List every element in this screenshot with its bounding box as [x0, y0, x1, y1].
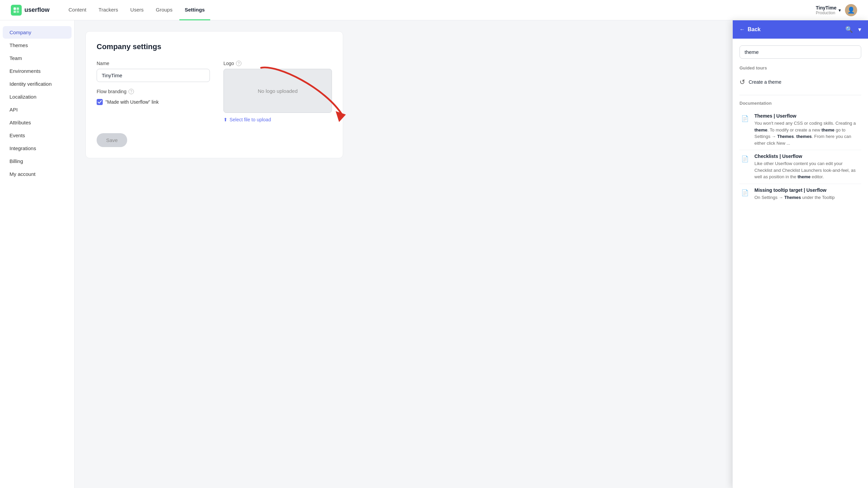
section-divider [739, 95, 861, 95]
branding-checkbox-label: "Made with Userflow" link [105, 99, 159, 105]
sidebar-item-integrations[interactable]: Integrations [3, 142, 72, 155]
doc-result-themes-title: Themes | Userflow [754, 113, 861, 119]
sidebar-item-billing[interactable]: Billing [3, 155, 72, 167]
nav-settings[interactable]: Settings [179, 0, 210, 20]
logo-text: userflow [24, 6, 50, 14]
doc-result-checklists-desc: Like other Userflow content you can edit… [754, 160, 861, 180]
settings-card: Company settings Name Flow branding ? [85, 31, 343, 158]
back-label: Back [748, 26, 761, 33]
company-name-input[interactable] [97, 69, 210, 82]
doc-result-tooltip-title: Missing tooltip target | Userflow [754, 187, 861, 193]
sidebar-item-my-account[interactable]: My account [3, 168, 72, 180]
logo-help-icon[interactable]: ? [236, 61, 241, 66]
main-layout: Company Themes Team Environments Identit… [0, 20, 868, 488]
branding-help-icon[interactable]: ? [129, 89, 134, 94]
doc-result-tooltip[interactable]: 📄 Missing tooltip target | Userflow On S… [739, 184, 861, 204]
upload-label: Select file to upload [230, 117, 271, 122]
doc-icon-2: 📄 [739, 154, 750, 164]
help-search-input[interactable] [739, 45, 861, 59]
tour-icon: ↺ [739, 78, 745, 86]
save-button[interactable]: Save [97, 133, 127, 147]
no-logo-text: No logo uploaded [258, 88, 298, 94]
upload-icon: ⬆ [223, 117, 228, 122]
page-title: Company settings [97, 42, 332, 51]
branding-label: Flow branding ? [97, 89, 210, 94]
back-button[interactable]: ← Back [739, 26, 761, 33]
form-row: Name Flow branding ? [97, 61, 332, 122]
svg-rect-0 [14, 7, 16, 10]
guided-tour-create-theme[interactable]: ↺ Create a theme [739, 75, 861, 89]
svg-rect-2 [14, 11, 16, 13]
workspace-selector[interactable]: TinyTime Production ▾ [816, 5, 841, 15]
nav-users[interactable]: Users [125, 0, 149, 20]
sidebar: Company Themes Team Environments Identit… [0, 20, 75, 488]
chevron-down-icon: ▾ [839, 7, 841, 13]
sidebar-item-identity-verification[interactable]: Identity verification [3, 78, 72, 90]
nav-groups[interactable]: Groups [151, 0, 178, 20]
doc-result-themes[interactable]: 📄 Themes | Userflow You won't need any C… [739, 110, 861, 150]
help-panel-actions: 🔍 ▾ [845, 26, 861, 33]
branding-checkbox-row: "Made with Userflow" link [97, 99, 210, 105]
topnav-right: TinyTime Production ▾ 👤 [816, 4, 857, 16]
sidebar-item-events[interactable]: Events [3, 129, 72, 142]
doc-icon-1: 📄 [739, 113, 750, 124]
workspace-name: TinyTime [816, 5, 836, 11]
doc-result-checklists[interactable]: 📄 Checklists | Userflow Like other Userf… [739, 150, 861, 184]
logo-col: Logo ? No logo uploaded ⬆ Select file to… [223, 61, 332, 122]
doc-result-themes-content: Themes | Userflow You won't need any CSS… [754, 113, 861, 146]
nav-content[interactable]: Content [63, 0, 92, 20]
logo-icon [11, 5, 22, 16]
sidebar-item-team[interactable]: Team [3, 52, 72, 64]
sidebar-item-environments[interactable]: Environments [3, 65, 72, 77]
documentation-label: Documentation [739, 101, 861, 106]
doc-icon-3: 📄 [739, 187, 750, 198]
avatar[interactable]: 👤 [845, 4, 857, 16]
doc-result-checklists-title: Checklists | Userflow [754, 154, 861, 159]
tour-label: Create a theme [749, 79, 782, 85]
branding-checkbox[interactable] [97, 99, 103, 105]
back-arrow-icon: ← [739, 26, 745, 33]
sidebar-item-themes[interactable]: Themes [3, 39, 72, 52]
sidebar-item-localization[interactable]: Localization [3, 90, 72, 103]
doc-result-checklists-content: Checklists | Userflow Like other Userflo… [754, 154, 861, 180]
doc-result-tooltip-content: Missing tooltip target | Userflow On Set… [754, 187, 861, 201]
doc-result-themes-desc: You won't need any CSS or coding skills.… [754, 120, 861, 146]
help-panel: ← Back 🔍 ▾ Guided tours ↺ Create a theme… [732, 20, 868, 488]
svg-rect-1 [17, 7, 19, 10]
help-panel-header: ← Back 🔍 ▾ [733, 20, 868, 39]
topnav-links: Content Trackers Users Groups Settings [63, 0, 816, 20]
name-col: Name Flow branding ? [97, 61, 210, 105]
nav-trackers[interactable]: Trackers [93, 0, 124, 20]
help-panel-body: Guided tours ↺ Create a theme Documentat… [733, 39, 868, 488]
logo-label: Logo ? [223, 61, 332, 66]
search-icon[interactable]: 🔍 [845, 26, 853, 33]
name-label: Name [97, 61, 210, 66]
chevron-down-icon[interactable]: ▾ [858, 26, 861, 33]
logo-preview: No logo uploaded [223, 69, 332, 113]
workspace-env: Production [816, 11, 836, 15]
topnav: userflow Content Trackers Users Groups S… [0, 0, 868, 20]
svg-rect-3 [17, 11, 19, 13]
sidebar-item-api[interactable]: API [3, 103, 72, 116]
guided-tours-label: Guided tours [739, 65, 861, 70]
upload-button[interactable]: ⬆ Select file to upload [223, 117, 332, 122]
doc-result-tooltip-desc: On Settings → Themes under the Tooltip [754, 194, 861, 201]
sidebar-item-attributes[interactable]: Attributes [3, 116, 72, 129]
logo[interactable]: userflow [11, 5, 50, 16]
sidebar-item-company[interactable]: Company [3, 26, 72, 39]
